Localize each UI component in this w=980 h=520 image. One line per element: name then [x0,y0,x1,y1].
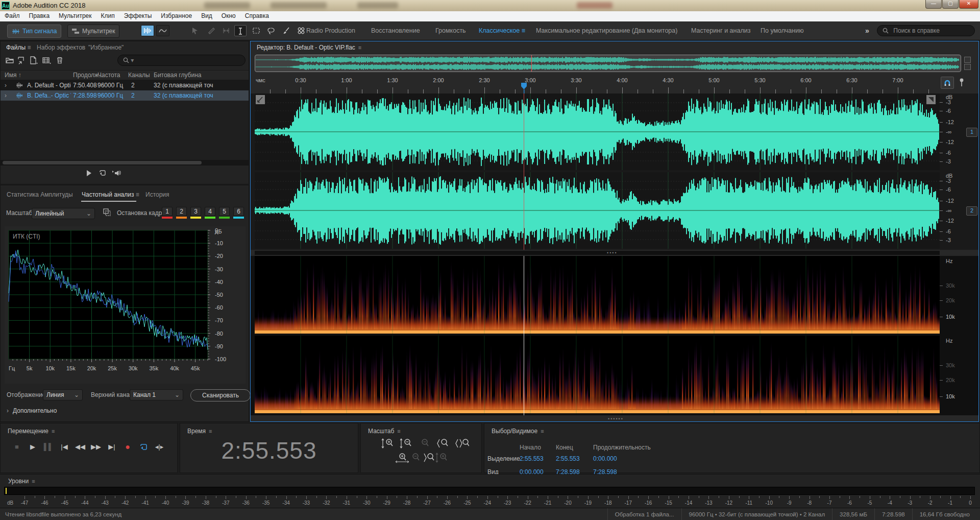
analysis-tab-3[interactable]: История [145,188,169,201]
zoom-out-vertical-icon[interactable] [399,438,414,450]
go-start-icon[interactable]: |◀ [57,441,71,453]
waveform-display[interactable]: dB-3-6-12-∞-12-6-31dB-3-6-12-∞-12-6-32 [251,93,978,250]
display-dropdown[interactable]: Линия⌄ [43,389,83,400]
workspace-tab-3[interactable]: Громкость [435,21,466,40]
advanced-section-toggle[interactable]: ›Дополнительно [7,407,57,414]
selection-value[interactable]: 0:00.000 [593,455,617,462]
frequency-scale-channel-2[interactable]: Hz30k20k10k [940,336,978,413]
amplitude-scale-channel-2[interactable]: dB-3-6-12-∞-12-6-32 [940,172,978,249]
skip-selection-icon[interactable]: ◂|▸ [152,441,166,453]
media-browser-icon[interactable] [42,56,54,66]
hold-frame-button-1[interactable]: 1 [162,207,173,216]
waveform-zoom-scrollbar[interactable]: •••• [255,251,940,255]
loop-icon[interactable] [136,441,151,453]
panel-menu-icon[interactable]: ≡ [52,428,55,434]
time-display[interactable]: 2:55.553 [180,437,358,464]
record-icon[interactable]: ● [120,441,135,453]
spot-healing-brush-tool-icon[interactable] [295,25,307,36]
open-file-icon[interactable] [6,56,17,66]
column-header-4[interactable]: Каналы [128,72,150,79]
menu-Избранное[interactable]: Избранное [156,11,197,20]
selection-value[interactable]: 2:55.553 [520,455,544,462]
column-header-1[interactable]: Имя ↑ [5,72,21,79]
column-header-5[interactable]: Битовая глубина [154,72,202,79]
magnet-icon[interactable] [941,77,954,89]
hold-frame-button-4[interactable]: 4 [205,207,215,216]
marker-pin-icon[interactable] [958,78,965,89]
waveform-channel-1[interactable] [255,93,940,170]
copy-frame-icon[interactable] [103,208,111,218]
channel-badge-2[interactable]: 2 [966,206,977,216]
scrollbar-grip[interactable]: •••• [607,250,618,255]
selection-value[interactable]: 2:55.553 [556,455,580,462]
menu-Клип[interactable]: Клип [96,11,119,20]
new-item-icon[interactable] [29,56,40,66]
navigator-zoom-out-icon[interactable] [964,57,971,63]
top-channel-dropdown[interactable]: Канал 1⌄ [130,389,183,400]
chevron-right-icon[interactable]: › [5,80,7,90]
maximize-icon[interactable]: ▢ [942,0,959,9]
spectral-view-icon[interactable] [156,25,169,36]
zoom-in-vertical-icon[interactable] [380,438,396,450]
delete-icon[interactable] [56,56,67,66]
workspace-tab-7[interactable]: По умолчанию [761,21,804,40]
workspace-overflow-button[interactable]: » [865,21,869,40]
menu-Файл[interactable]: Файл [0,11,24,20]
chevron-right-icon[interactable]: › [5,90,7,101]
import-file-icon[interactable] [17,56,28,66]
panel-splitter-grip[interactable]: •••••• [608,416,624,421]
ruler-unit-label[interactable]: чмс [256,77,265,83]
workspace-menu-icon[interactable]: ≡ [520,27,525,34]
workspace-tab-5[interactable]: Максимальное редактирование (Два монитор… [536,21,677,40]
workspace-tab-2[interactable]: Восстановление [371,21,420,40]
analysis-tab-1[interactable]: Статистика Амплитуды [7,188,73,201]
panel-menu-icon[interactable]: ≡ [26,44,31,51]
zoom-in-selection-width-icon[interactable] [454,438,469,450]
files-column-headers[interactable]: Имя ↑Продолж...ЧастотаКаналыБитовая глуб… [1,70,249,80]
analysis-tab-2[interactable]: Частотный анализ ≡ [82,188,139,201]
auto-play-icon[interactable] [112,170,121,178]
panel-menu-icon[interactable]: ≡ [209,428,212,434]
waveform-channel-2[interactable] [255,172,940,249]
spectrogram-channel-2[interactable] [255,336,940,413]
workspace-tab-1[interactable]: Radio Production [306,21,355,40]
hold-frame-button-2[interactable]: 2 [176,207,187,216]
minimize-icon[interactable]: — [925,0,942,9]
zoom-in-left-edge-icon[interactable] [435,438,451,450]
panel-menu-icon[interactable]: ≡ [32,478,35,484]
lasso-selection-tool-icon[interactable] [265,25,277,36]
menu-Правка[interactable]: Правка [24,11,55,20]
column-header-3[interactable]: Частота [97,72,120,79]
marquee-selection-tool-icon[interactable] [250,25,262,36]
overview-navigator[interactable] [255,55,961,72]
workspace-tab-4[interactable]: Классическое ≡ [479,21,525,40]
spectrogram-display[interactable]: Hz30k20k10kHz30k20k10k [251,256,978,415]
amplitude-scale-channel-1[interactable]: dB-3-6-12-∞-12-6-31 [940,93,978,170]
menu-Справка[interactable]: Справка [240,11,274,20]
menu-Окно[interactable]: Окно [217,11,240,20]
hold-frame-button-5[interactable]: 5 [219,207,230,216]
help-search-input[interactable]: Поиск в справке [877,25,975,36]
scale-dropdown[interactable]: Линейный⌄ [32,208,95,219]
files-tab-3[interactable]: "Избранное" [88,41,124,54]
workspace-tab-6[interactable]: Мастеринг и анализ [691,21,750,40]
table-row[interactable]: ›A. Default - Optic.flac7:50.40896000 Гц… [1,80,249,90]
scan-button[interactable]: Сканировать [190,389,251,401]
rewind-icon[interactable]: ◀◀ [73,441,87,453]
play-icon[interactable]: ▶ [26,441,40,453]
menu-Эффекты[interactable]: Эффекты [119,11,157,20]
frequency-scale-channel-1[interactable]: Hz30k20k10k [940,256,978,334]
edit-indicator-icon[interactable] [256,95,265,104]
panel-menu-icon[interactable]: ≡ [358,44,361,51]
table-row[interactable]: ›B. Defa..- Optic VIP.flac7:28.59896000 … [1,90,249,101]
menu-Мультитрек[interactable]: Мультитрек [54,11,96,20]
playhead-marker[interactable] [521,82,527,90]
play-icon[interactable] [85,170,92,178]
waveform-editor-button[interactable]: Тип сигнала [7,25,61,38]
panel-menu-icon[interactable]: ≡ [541,428,544,434]
go-end-icon[interactable]: ▶| [105,441,119,453]
hold-frame-button-3[interactable]: 3 [190,207,201,216]
files-tab-1[interactable]: Файлы ≡ [6,41,31,54]
channel-badge-1[interactable]: 1 [966,128,977,137]
title-bar[interactable]: Au Adobe Audition CC 2018 — ▢ ✕ [0,0,980,12]
